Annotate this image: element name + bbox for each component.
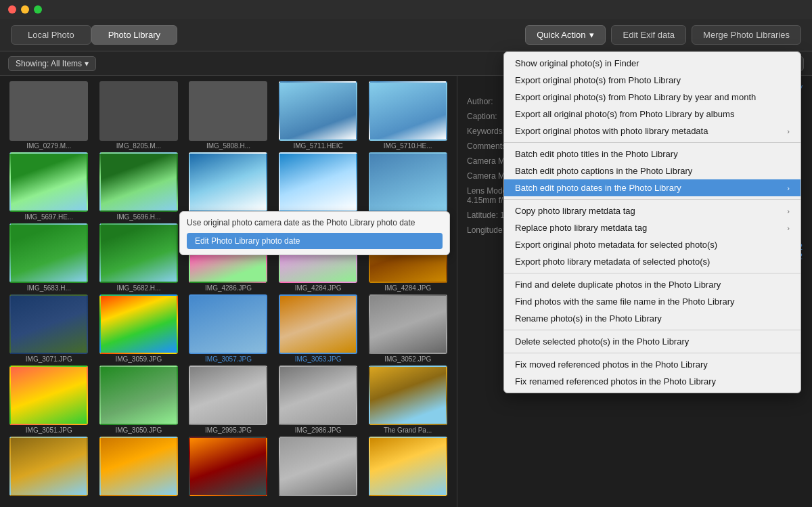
close-button[interactable] <box>8 5 16 14</box>
photo-label: IMG_5710.HE... <box>384 142 432 150</box>
list-item[interactable] <box>95 437 183 498</box>
list-item[interactable]: IMG_3071.JPG <box>5 294 93 363</box>
photo-thumbnail <box>369 437 447 496</box>
list-item[interactable]: IMG_3053.JPG <box>275 294 362 363</box>
photo-thumbnail <box>9 366 88 425</box>
showing-filter[interactable]: Showing: All Items ▾ <box>8 56 96 71</box>
chevron-right-icon: › <box>787 207 790 215</box>
edit-exif-button[interactable]: Edit Exif data <box>611 25 686 45</box>
chevron-right-icon: › <box>787 184 790 192</box>
list-item[interactable]: IMG_5710.HE... <box>364 81 451 150</box>
list-item[interactable]: IMG_3057.JPG <box>185 294 272 363</box>
photo-thumbnail <box>279 152 357 212</box>
photo-label: IMG_0279.M... <box>26 142 71 150</box>
photo-thumbnail <box>189 81 267 141</box>
submenu-container: Use original photo camera date as the Ph… <box>179 211 450 255</box>
list-item[interactable] <box>185 152 272 221</box>
maximize-button[interactable] <box>34 5 42 14</box>
photo-thumbnail <box>189 294 267 354</box>
menu-item-copy-tag[interactable]: Copy photo library metdata tag › <box>504 202 800 219</box>
photo-label: IMG_3053.JPG <box>295 355 342 363</box>
menu-item-show-finder[interactable]: Show original photo(s) in Finder <box>504 55 800 72</box>
menu-item-replace-tag[interactable]: Replace photo library metdata tag › <box>504 219 800 236</box>
chevron-down-icon: ▾ <box>85 59 89 68</box>
photo-thumbnail <box>9 81 88 141</box>
list-item[interactable]: IMG_5697.HE... <box>5 152 93 221</box>
photo-label: IMG_3052.JPG <box>384 355 431 363</box>
titlebar <box>0 0 812 19</box>
list-item[interactable]: IMG_5696.H... <box>95 152 183 221</box>
list-item[interactable]: The Grand Pa... <box>364 366 451 434</box>
photo-thumbnail <box>279 294 357 354</box>
photo-grid: IMG_0279.M... IMG_8205.M... IMG_5808.H..… <box>5 81 451 498</box>
list-item[interactable]: IMG_8205.M... <box>95 81 183 150</box>
menu-item-rename-photos[interactable]: Rename photo(s) in the Photo Library <box>504 310 800 327</box>
menu-item-batch-captions[interactable]: Batch edit photo captions in the Photo L… <box>504 162 800 179</box>
photo-label: IMG_8205.M... <box>116 142 161 150</box>
photo-thumbnail <box>189 437 267 496</box>
photo-label: IMG_5808.H... <box>206 142 250 150</box>
photo-label: IMG_3057.JPG <box>205 355 252 363</box>
photo-grid-container[interactable]: IMG_0279.M... IMG_8205.M... IMG_5808.H..… <box>0 76 457 507</box>
tab-photo-library[interactable]: Photo Library <box>91 25 177 45</box>
photo-label: IMG_3050.JPG <box>115 426 162 434</box>
menu-item-find-duplicates[interactable]: Find and delete duplicate photos in the … <box>504 276 800 293</box>
list-item[interactable]: IMG_5682.H... <box>95 223 183 292</box>
list-item[interactable] <box>185 437 272 498</box>
photo-thumbnail <box>189 366 267 425</box>
menu-item-delete-selected[interactable]: Delete selected photo(s) in the Photo Li… <box>504 333 800 350</box>
photo-label: IMG_3071.JPG <box>26 355 72 363</box>
list-item[interactable]: IMG_3059.JPG <box>95 294 183 363</box>
photo-thumbnail <box>99 437 178 496</box>
menu-item-export-with-metadata[interactable]: Export original photos with photo librar… <box>504 123 800 139</box>
menu-divider-4 <box>504 330 800 330</box>
list-item[interactable] <box>275 437 362 498</box>
photo-thumbnail <box>369 152 447 212</box>
menu-item-export-photo-library[interactable]: Export original photo(s) from Photo Libr… <box>504 72 800 89</box>
photo-label: The Grand Pa... <box>384 426 432 434</box>
minimize-button[interactable] <box>21 5 29 14</box>
list-item[interactable]: IMG_3050.JPG <box>95 366 183 434</box>
list-item[interactable]: IMG_2995.JPG <box>185 366 272 434</box>
list-item[interactable] <box>5 437 93 498</box>
menu-item-export-selected-metadata[interactable]: Export original photo metadata for selec… <box>504 236 800 253</box>
menu-item-find-same-name[interactable]: Find photos with the same file name in t… <box>504 293 800 310</box>
list-item[interactable]: IMG_2986.JPG <box>275 366 362 434</box>
list-item[interactable]: IMG_5808.H... <box>185 81 272 150</box>
photo-label: IMG_5711.HEIC <box>293 142 342 150</box>
tab-local-photo[interactable]: Local Photo <box>11 25 91 45</box>
list-item[interactable]: IMG_5711.HEIC <box>275 81 362 150</box>
menu-item-export-by-year[interactable]: Export original photo(s) from Photo Libr… <box>504 89 800 106</box>
merge-libraries-button[interactable]: Merge Photo Libraries <box>692 25 801 45</box>
list-item[interactable] <box>275 152 362 221</box>
photo-thumbnail <box>369 294 447 354</box>
menu-divider-2 <box>504 199 800 200</box>
edit-photo-library-date-button[interactable]: Edit Photo Library photo date <box>187 233 443 249</box>
photo-label: IMG_5696.H... <box>116 213 160 221</box>
list-item[interactable]: IMG_0279.M... <box>5 81 93 150</box>
list-item[interactable]: IMG_3051.JPG <box>5 366 93 434</box>
photo-thumbnail <box>99 366 178 425</box>
list-item[interactable]: IMG_3052.JPG <box>364 294 451 363</box>
photo-thumbnail <box>99 81 178 141</box>
photo-thumbnail <box>279 366 357 425</box>
toolbar-right: Quick Action ▾ Edit Exif data Merge Phot… <box>525 25 801 45</box>
photo-thumbnail <box>99 152 178 212</box>
photo-thumbnail <box>9 294 88 354</box>
menu-item-export-library-metadata[interactable]: Export photo library metadata of selecte… <box>504 253 800 270</box>
chevron-right-icon: › <box>787 224 790 232</box>
photo-label: IMG_2995.JPG <box>205 426 252 434</box>
menu-item-fix-moved[interactable]: Fix moved referenced photos in the Photo… <box>504 356 800 373</box>
photo-thumbnail <box>9 223 88 283</box>
list-item[interactable] <box>364 152 451 221</box>
menu-item-batch-titles[interactable]: Batch edit photo titles in the Photo Lib… <box>504 146 800 162</box>
quick-action-button[interactable]: Quick Action ▾ <box>525 25 606 45</box>
menu-item-batch-dates[interactable]: Batch edit photo dates in the Photo Libr… <box>504 179 800 196</box>
traffic-lights <box>8 5 42 14</box>
list-item[interactable]: IMG_5683.H... <box>5 223 93 292</box>
menu-item-fix-renamed[interactable]: Fix renamed referenced photos in the Pho… <box>504 373 800 390</box>
submenu-tooltip: Use original photo camera date as the Ph… <box>179 211 450 255</box>
menu-item-export-by-albums[interactable]: Export all original photo(s) from Photo … <box>504 106 800 123</box>
photo-thumbnail <box>369 81 447 141</box>
list-item[interactable] <box>364 437 451 498</box>
